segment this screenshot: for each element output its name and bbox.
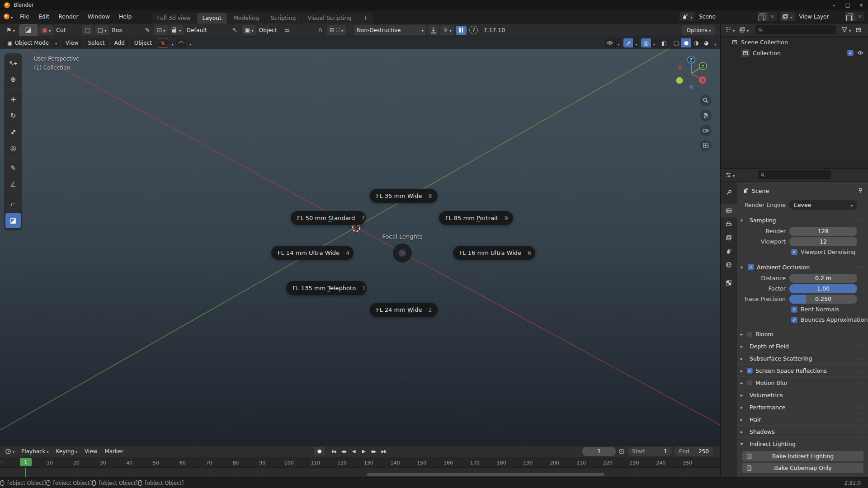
tab-texture[interactable] [721, 276, 737, 290]
workspace-tab[interactable]: + [358, 13, 373, 23]
pie-menu-item[interactable]: FL 85 mm Portrait 9 [439, 211, 513, 225]
settings-gear-dropdown[interactable]: ☼ [440, 25, 454, 35]
workspace-tab[interactable]: Layout [197, 13, 227, 23]
menu-item[interactable]: Render [54, 10, 83, 23]
tab-scene[interactable] [721, 244, 737, 258]
slider-field[interactable]: 0.2 m [789, 274, 857, 283]
start-frame-field[interactable]: Start 1 [627, 447, 672, 456]
slider-field[interactable]: 1.00 [789, 284, 857, 293]
panel-grip[interactable]: ∷∷ [858, 356, 864, 361]
chevron-down-icon[interactable] [172, 39, 174, 47]
play-reverse-button[interactable]: ◀ [349, 447, 358, 455]
timeline-menu-item[interactable]: Keying [52, 448, 81, 455]
panel-header[interactable]: ▸ Subsurface Scattering ∷∷ [737, 352, 868, 364]
pie-menu-item[interactable]: FL 16 mm Ultra Wide 6 [453, 246, 535, 260]
overlays-toggle[interactable]: ◎ [641, 38, 656, 47]
tab-view-layer[interactable] [721, 231, 737, 244]
outliner-row-collection[interactable]: Collection [721, 47, 868, 58]
chevron-down-icon[interactable] [615, 38, 621, 47]
pin-icon[interactable] [857, 188, 863, 194]
panel-grip[interactable]: ∷∷ [858, 332, 864, 337]
outliner-row-scene-collection[interactable]: Scene Collection [721, 37, 868, 47]
curve-falloff-button[interactable]: ◠ [176, 38, 186, 47]
editor-type-dropdown[interactable] [724, 27, 736, 33]
properties-search-input[interactable] [767, 171, 828, 178]
close-button[interactable]: × [854, 2, 868, 8]
tab-render[interactable] [721, 204, 737, 217]
eye-icon[interactable] [604, 38, 615, 47]
scene-browse-button[interactable] [679, 12, 694, 21]
pan-hand-button[interactable] [700, 109, 712, 121]
pie-menu-item[interactable]: FL 135 mm Telephoto 1 [286, 281, 367, 295]
menu-item[interactable]: Help [114, 10, 137, 23]
eye-icon[interactable] [857, 50, 863, 56]
editor-type-dropdown[interactable] [4, 448, 16, 455]
panel-checkbox[interactable] [747, 380, 753, 386]
auto-keying-button[interactable] [314, 447, 325, 455]
tool-scale[interactable]: ↔ [5, 124, 21, 140]
cut-mode-dropdown[interactable]: ▣ [39, 25, 53, 35]
panel-header-sampling[interactable]: ▾ Sampling ∷∷ [737, 214, 868, 226]
overlays-icon[interactable]: ◎ [641, 38, 651, 47]
zoom-button[interactable] [700, 94, 712, 106]
pivot-dropdown[interactable]: ▣ [242, 25, 256, 35]
jump-to-end-button[interactable]: ▶▮ [379, 447, 388, 455]
scene-copy-button[interactable] [758, 12, 768, 21]
gizmo-icon[interactable]: ↗ [623, 38, 633, 47]
pause-button[interactable] [456, 26, 467, 35]
timeline-ruler[interactable]: › 10203040506070809010011012013014015016… [0, 457, 720, 468]
viewport-menu-item[interactable]: Add [111, 38, 128, 47]
pie-menu-item[interactable]: FL 24 mm Wide 2 [370, 303, 438, 317]
panel-header[interactable]: ▸ Volumetrics ∷∷ [737, 389, 868, 401]
view-layer-copy-button[interactable] [845, 12, 855, 21]
3d-viewport[interactable]: ▣Object Mode ViewSelectAddObject ↯ ◠ ↗ ◎… [0, 37, 720, 445]
timeline-menu-item[interactable]: Marker [101, 448, 127, 455]
viewport-menu-item[interactable]: View [62, 38, 82, 47]
panel-header[interactable]: ▸ Depth of Field ∷∷ [737, 340, 868, 352]
panel-header[interactable]: ▸ Bloom ∷∷ [737, 328, 868, 340]
bake-button[interactable]: Bake Cubemap Only [742, 463, 863, 473]
pie-menu-item[interactable]: FL 35 mm Wide 8 [370, 189, 438, 203]
active-tool-icon-button[interactable]: ⚑ [4, 25, 18, 35]
tool-move[interactable]: + [5, 92, 21, 107]
tool-transform[interactable]: ◎ [5, 141, 21, 156]
chevron-down-icon[interactable] [189, 39, 191, 47]
options-dropdown[interactable]: Options [682, 25, 715, 35]
panel-grip[interactable]: ∷∷ [858, 429, 864, 434]
visibility-dropdown[interactable] [604, 38, 621, 47]
panel-grip[interactable]: ∷∷ [858, 405, 864, 410]
minimize-button[interactable]: – [827, 2, 841, 8]
current-frame-field[interactable]: 1 [582, 447, 616, 456]
active-tool-select-box[interactable]: ◪ [19, 24, 38, 36]
bake-button[interactable]: Bake Indirect Lighting [742, 451, 863, 461]
play-button[interactable]: ▶ [359, 447, 368, 455]
shape-dropdown[interactable]: □ [95, 25, 109, 35]
checkbox[interactable] [791, 317, 797, 323]
workspace-tab[interactable]: Visual Scripting [302, 13, 357, 23]
slider-field[interactable]: 0.250 [789, 295, 857, 304]
chevron-down-icon[interactable] [651, 38, 657, 47]
timeline-menu-item[interactable]: Playback [18, 448, 52, 455]
scene-name[interactable]: Scene [694, 12, 758, 21]
editor-type-dropdown[interactable] [724, 172, 736, 178]
number-field[interactable]: 12 [789, 237, 857, 246]
timeline-tracks[interactable] [0, 468, 720, 478]
new-collection-button[interactable] [854, 27, 863, 33]
gizmos-toggle[interactable]: ↗ [623, 38, 639, 47]
shape-curve-button[interactable]: □ [82, 25, 93, 35]
camera-view-button[interactable] [700, 125, 712, 136]
shading-solid-button[interactable]: ● [681, 38, 691, 47]
tool-rounded-corner[interactable]: ⌐ [5, 197, 21, 212]
panel-grip[interactable]: ∷∷ [858, 218, 864, 223]
view-layer-name[interactable]: View Layer [795, 12, 845, 21]
panel-grip[interactable]: ∷∷ [858, 393, 864, 398]
panel-header[interactable]: ▸ Shadows ∷∷ [737, 425, 868, 437]
snap-point-dropdown[interactable]: ⊡ [154, 25, 168, 35]
panel-grip[interactable]: ∷∷ [858, 344, 864, 349]
navigation-gizmo[interactable]: Z Y X [672, 55, 710, 93]
viewport-denoising-checkbox[interactable] [791, 249, 797, 255]
display-mode-dropdown[interactable] [738, 27, 750, 33]
shading-wireframe-button[interactable]: ◯ [671, 38, 681, 47]
viewport-menu-item[interactable]: Select [85, 38, 108, 47]
ambient-occlusion-checkbox[interactable] [748, 264, 754, 270]
